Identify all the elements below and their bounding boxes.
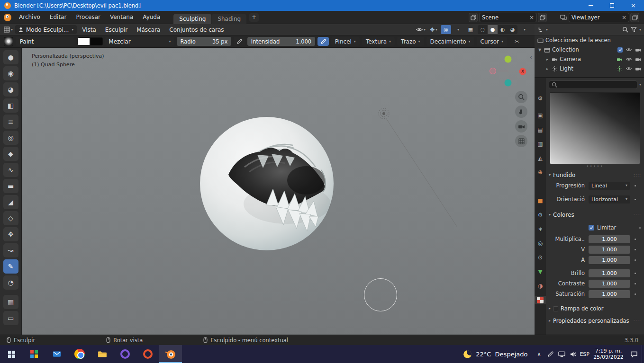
strength-slider[interactable]: Intensidad 1.000 [247,37,315,46]
menu-archivo[interactable]: Archivo [14,11,45,24]
gizmos-dropdown[interactable]: ✥ ▾ [428,25,439,34]
filter-chevron-icon[interactable]: ▾ [639,83,641,87]
tab-sculpting[interactable]: Sculpting [173,14,211,24]
animate-dot[interactable] [635,185,636,186]
multiply-value-field[interactable]: 1.000 [589,235,630,243]
brush-popover[interactable]: Pincel▾ [331,37,360,46]
start-button[interactable] [0,345,23,363]
menu-esculpir[interactable]: Esculpir [101,27,131,33]
mode-dropdown[interactable]: Modo Esculpi... ▾ [15,25,77,34]
gizmo-axis-neg-x[interactable] [490,68,496,74]
overlays-toggle[interactable]: ◎ [441,25,451,34]
tab-particles[interactable]: ∗ [535,225,546,233]
color-ramp-checkbox[interactable] [553,306,558,311]
menu-vista[interactable]: Vista [78,27,100,33]
alpha-value-field[interactable]: 1.000 [589,256,630,264]
animate-dot[interactable] [635,273,636,274]
show-desktop-button[interactable] [642,345,644,363]
tool-paint-button[interactable]: ✎ [3,259,18,274]
outliner-row-camera[interactable]: ▸ Camera [535,54,644,64]
fundido-section-header[interactable]: ▾ Fundido :::: [549,170,641,180]
value-value-field[interactable]: 1.000 [589,246,630,254]
falloff-popover[interactable]: Decaimiento▾ [426,37,474,46]
tool-flatten-button[interactable]: ▬ [3,179,18,193]
gizmo-axis-z[interactable] [505,80,512,87]
tray-language[interactable]: ESP [579,345,590,363]
weather-widget[interactable]: 22°C Despejado [458,345,533,363]
shading-wireframe-button[interactable]: ◌ [478,25,488,34]
outliner-editor-icon[interactable] [537,27,544,33]
tray-pen-icon[interactable] [544,345,556,363]
tool-snake-hook-button[interactable]: ↝ [3,243,18,257]
saturation-value-field[interactable]: 1.000 [589,290,630,298]
overlays-dropdown[interactable]: ▾ [453,25,463,34]
brush-preview-thumbnail[interactable] [4,37,13,46]
viewport-3d[interactable]: X Personalizada (perspectiva) (1) Quad S… [22,48,535,335]
brush-name-field[interactable]: Paint [16,37,75,46]
camera-view-button[interactable] [515,120,527,133]
hidden-icons-chevron[interactable]: ∧ [533,345,544,363]
colores-section-header[interactable]: ▾ Colores :::: [549,210,641,220]
tab-world[interactable]: ⊕ [535,168,546,177]
gizmo-axis-y[interactable] [505,56,512,63]
taskbar-chrome[interactable] [68,345,91,363]
blend-mode-dropdown[interactable]: Mezclar ▾ [105,37,174,46]
tool-clay-button[interactable]: ◕ [3,82,18,97]
camera-visibility-icon[interactable] [635,47,641,53]
eye-icon[interactable] [626,47,632,52]
tab-output[interactable]: ▤ [535,125,546,134]
viewlayer-unlink-icon[interactable]: × [622,15,626,20]
stroke-popover[interactable]: Trazo▾ [397,37,424,46]
orientation-dropdown[interactable]: Horizontal ▾ [589,195,630,204]
secondary-color-swatch[interactable] [90,37,103,45]
tool-scrape-button[interactable]: ◢ [3,195,18,209]
shading-dropdown[interactable]: ▾ [519,25,530,34]
preview-resize-handle[interactable]: ••••• [549,164,641,168]
new-scene-button[interactable] [538,13,547,22]
eye-icon[interactable] [626,66,632,71]
camera-visibility-icon[interactable] [635,66,641,71]
sculpt-object-sphere[interactable] [200,117,334,250]
menu-ayuda[interactable]: Ayuda [138,11,165,24]
texture-popover[interactable]: Textura▾ [362,37,395,46]
outliner-row-light[interactable]: ▸ Light [535,64,644,73]
tab-scene[interactable]: ◭ [535,154,546,162]
tool-inflate-button[interactable]: ◎ [3,131,18,145]
tool-annotate-button[interactable]: ▭ [3,311,18,325]
scene-selector[interactable]: Scene × [479,13,537,22]
eye-icon[interactable] [626,57,632,62]
tool-smooth-button[interactable]: ∿ [3,163,18,177]
editor-type-button[interactable]: ▾ [3,25,14,34]
tab-constraints[interactable]: ⊙ [535,253,546,262]
tool-layer-button[interactable]: ≡ [3,115,18,129]
taskbar-app-red[interactable] [136,345,159,363]
close-button[interactable]: × [623,0,644,11]
sidebar-collapse-arrow[interactable]: ‹ [530,53,532,61]
taskbar-app-grid[interactable] [23,345,45,363]
maximize-button[interactable] [601,0,623,11]
radius-pressure-toggle[interactable] [234,37,245,46]
shading-material-button[interactable]: ◐ [498,25,508,34]
tab-physics[interactable]: ◎ [535,239,546,248]
brightness-value-field[interactable]: 1.000 [589,269,630,277]
cursor-popover[interactable]: Cursor▾ [477,37,507,46]
contrast-value-field[interactable]: 1.000 [589,280,630,288]
outliner-row-collection[interactable]: ▼ Collection [535,45,644,54]
tab-tool[interactable]: ⚙ [535,94,546,103]
tool-clay-strips-button[interactable]: ◧ [3,98,18,113]
tool-draw-sharp-button[interactable]: ◉ [3,66,18,80]
properties-search-input[interactable] [549,80,637,89]
scene-unlink-icon[interactable]: × [529,15,534,20]
progression-dropdown[interactable]: Lineal ▾ [589,182,630,190]
expand-arrow-icon[interactable]: ▼ [537,48,542,52]
tool-grab-button[interactable]: ✥ [3,227,18,241]
primary-color-swatch[interactable] [77,37,90,45]
taskbar-explorer[interactable] [91,345,114,363]
menu-conjuntos-de-caras[interactable]: Conjuntos de caras [165,27,227,33]
tray-clock[interactable]: 7:19 p. m. 25/09/2022 [590,348,626,360]
viewlayer-selector[interactable]: ViewLayer × [569,13,629,22]
minimize-button[interactable] [580,0,601,11]
shading-rendered-button[interactable]: ◕ [508,25,517,34]
animate-dot[interactable] [635,249,636,250]
tab-modifiers[interactable]: ⚙ [535,211,546,219]
